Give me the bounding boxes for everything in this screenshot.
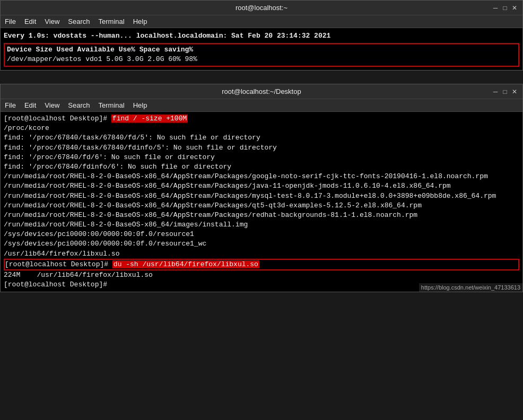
- terminal-body-1: Every 1.0s: vdostats --human... localhos…: [1, 28, 522, 70]
- du-command-line: [root@localhost Desktop]# du -sh /usr/li…: [4, 259, 519, 270]
- close-button-2[interactable]: ✕: [511, 88, 518, 95]
- menu-view-2[interactable]: View: [45, 101, 59, 109]
- output-find-err-4: find: '/proc/67840/fdinfo/6': No such fi…: [4, 162, 519, 172]
- output-kcore: /proc/kcore: [4, 124, 519, 133]
- terminal-body-2: [root@localhost Desktop]# find / -size +…: [1, 112, 522, 292]
- output-pkg-2: /run/media/root/RHEL-8-2-0-BaseOS-x86_64…: [4, 181, 519, 191]
- output-pkg-1: /run/media/root/RHEL-8-2-0-BaseOS-x86_64…: [4, 172, 519, 181]
- output-du-result: 224M /usr/lib64/firefox/libxul.so: [4, 270, 519, 280]
- output-resource1: /sys/devices/pci0000:00/0000:00:0f.0/res…: [4, 230, 519, 239]
- vdo-table: Device Size Used Available Use% Space sa…: [4, 43, 519, 66]
- prompt-2: [root@localhost Desktop]#: [5, 260, 112, 268]
- table-data-row: /dev/mapper/westos vdo1 5.0G 3.0G 2.0G 6…: [7, 55, 516, 64]
- menubar-1: File Edit View Search Terminal Help: [1, 15, 522, 28]
- menu-file-1[interactable]: File: [5, 18, 16, 25]
- output-find-err-2: find: '/proc/67840/task/67840/fdinfo/5':…: [4, 143, 519, 153]
- menubar-2: File Edit View Search Terminal Help: [1, 99, 522, 112]
- menu-file-2[interactable]: File: [5, 101, 16, 109]
- window-controls-1: ─ □ ✕: [492, 4, 518, 12]
- output-libxul: /usr/lib64/firefox/libxul.so: [4, 249, 519, 259]
- du-command: du -sh /usr/lib64/firefox/libxul.so: [112, 260, 259, 268]
- menu-help-1[interactable]: Help: [133, 18, 147, 25]
- output-pkg-3: /run/media/root/RHEL-8-2-0-BaseOS-x86_64…: [4, 191, 519, 201]
- prompt-3: [root@localhost Desktop]#: [4, 281, 107, 288]
- terminal-window-1: root@localhost:~ ─ □ ✕ File Edit View Se…: [0, 0, 523, 71]
- minimize-button-2[interactable]: ─: [492, 88, 499, 95]
- close-button-1[interactable]: ✕: [511, 4, 518, 12]
- output-pkg-5: /run/media/root/RHEL-8-2-0-BaseOS-x86_64…: [4, 211, 519, 220]
- menu-help-2[interactable]: Help: [133, 101, 147, 109]
- window-title-1: root@localhost:~: [236, 4, 287, 12]
- menu-search-1[interactable]: Search: [68, 18, 90, 25]
- menu-search-2[interactable]: Search: [68, 101, 90, 109]
- titlebar-1: root@localhost:~ ─ □ ✕: [1, 1, 522, 15]
- output-find-err-1: find: '/proc/67840/task/67840/fd/5': No …: [4, 133, 519, 143]
- window-controls-2: ─ □ ✕: [492, 88, 518, 95]
- output-find-err-3: find: '/proc/67840/fd/6': No such file o…: [4, 153, 519, 162]
- table-header: Device Size Used Available Use% Space sa…: [7, 45, 516, 55]
- menu-edit-1[interactable]: Edit: [24, 18, 36, 25]
- output-install-img: /run/media/root/RHEL-8-2-0-BaseOS-x86_64…: [4, 220, 519, 230]
- minimize-button-1[interactable]: ─: [492, 4, 499, 12]
- output-pkg-4: /run/media/root/RHEL-8-2-0-BaseOS-x86_64…: [4, 201, 519, 211]
- terminal-window-2: root@localhost:~/Desktop ─ □ ✕ File Edit…: [0, 84, 523, 292]
- prompt-1: [root@localhost Desktop]#: [4, 115, 111, 122]
- find-command-line: [root@localhost Desktop]# find / -size +…: [4, 114, 519, 124]
- output-resource1-wc: /sys/devices/pci0000:00/0000:00:0f.0/res…: [4, 239, 519, 249]
- menu-terminal-1[interactable]: Terminal: [99, 18, 125, 25]
- titlebar-2: root@localhost:~/Desktop ─ □ ✕: [1, 84, 522, 99]
- url-bar: https://blog.csdn.net/weixin_47133613: [419, 283, 522, 292]
- find-command: find / -size +100M: [111, 115, 188, 122]
- menu-terminal-2[interactable]: Terminal: [99, 101, 125, 109]
- maximize-button-2[interactable]: □: [501, 88, 509, 95]
- menu-edit-2[interactable]: Edit: [24, 101, 36, 109]
- menu-view-1[interactable]: View: [45, 18, 59, 25]
- maximize-button-1[interactable]: □: [501, 4, 509, 12]
- window-title-2: root@localhost:~/Desktop: [222, 88, 301, 95]
- watch-output: Every 1.0s: vdostats --human... localhos…: [4, 30, 519, 42]
